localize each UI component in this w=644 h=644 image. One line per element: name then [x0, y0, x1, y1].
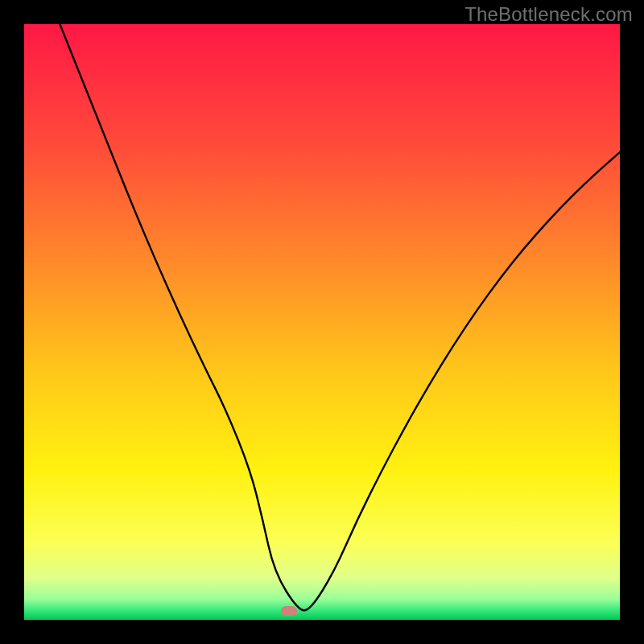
- outer-frame: TheBottleneck.com: [0, 0, 644, 644]
- bottleneck-curve: [24, 24, 620, 620]
- watermark-text: TheBottleneck.com: [464, 3, 633, 26]
- minimum-marker: [281, 606, 297, 616]
- plot-area: [24, 24, 620, 620]
